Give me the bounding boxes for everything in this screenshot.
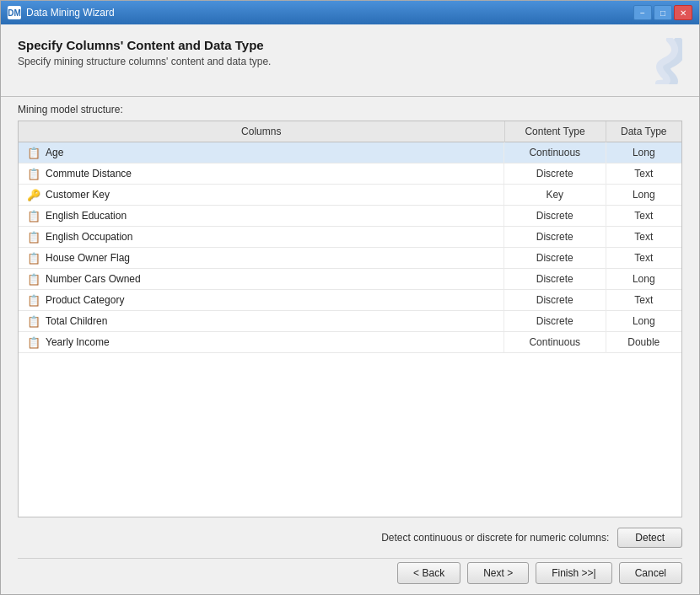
col-header-data-type: Data Type [606,121,681,142]
content-type-cell: Continuous [504,142,606,163]
back-button[interactable]: < Back [397,562,460,584]
table-icon: 📋 [27,168,40,180]
content-type-cell: Discrete [504,163,606,185]
content-type-cell: Discrete [504,206,606,227]
page-subtitle: Specify mining structure columns' conten… [18,56,271,67]
column-name: Product Category [46,294,124,306]
wizard-window: DM Data Mining Wizard − □ ✕ Specify Colu… [0,0,700,595]
table-row[interactable]: 📋 Number Cars Owned Discrete Long [19,269,681,290]
column-name-cell: 📋 Age [19,142,504,163]
column-name: English Occupation [46,231,132,243]
table-wrapper[interactable]: Columns Content Type Data Type 📋 Age Con… [19,121,681,517]
maximize-button[interactable]: □ [654,5,672,20]
column-name: Customer Key [46,189,110,201]
row-icon: 🔑 [27,188,40,201]
data-type-cell: Text [606,206,681,227]
header-divider [1,96,699,97]
table-row[interactable]: 📋 Product Category Discrete Text [19,290,681,311]
table-icon: 📋 [27,231,40,244]
title-bar-left: DM Data Mining Wizard [8,6,115,19]
table-row[interactable]: 📋 Yearly Income Continuous Double [19,332,681,353]
column-name-cell: 📋 Product Category [19,290,504,310]
bottom-section: Detect continuous or discrete for numeri… [18,528,682,584]
column-name: Total Children [46,315,107,327]
content-type-cell: Discrete [504,311,606,332]
column-name: Yearly Income [46,336,110,348]
column-name: English Education [46,210,127,222]
row-icon: 📋 [27,146,40,159]
table-icon: 📋 [27,273,40,286]
content-type-cell: Discrete [504,269,606,290]
row-icon: 📋 [27,272,40,286]
column-name: House Owner Flag [46,252,130,264]
cancel-button[interactable]: Cancel [619,562,682,584]
data-type-cell: Text [606,163,681,185]
col-header-columns: Columns [19,121,504,142]
col-header-content-type: Content Type [504,121,606,142]
row-icon: 📋 [27,335,40,349]
row-icon: 📋 [27,209,40,222]
data-type-cell: Long [606,142,681,163]
column-name-cell: 📋 Yearly Income [19,332,504,352]
column-name-cell: 📋 English Occupation [19,227,504,247]
data-type-cell: Text [606,248,681,269]
title-bar: DM Data Mining Wizard − □ ✕ [1,1,699,24]
data-type-cell: Long [606,185,681,206]
content-type-cell: Discrete [504,248,606,269]
content-type-cell: Continuous [504,332,606,353]
table-row[interactable]: 📋 English Education Discrete Text [19,206,681,227]
row-icon: 📋 [27,230,40,244]
table-row[interactable]: 📋 Total Children Discrete Long [19,311,681,332]
header-text: Specify Columns' Content and Data Type S… [18,38,271,67]
panel-label: Mining model structure: [18,104,682,115]
table-row[interactable]: 📋 English Occupation Discrete Text [19,227,681,248]
wizard-content: Specify Columns' Content and Data Type S… [1,24,699,594]
title-bar-controls: − □ ✕ [633,5,692,20]
column-name-cell: 📋 House Owner Flag [19,248,504,268]
page-title: Specify Columns' Content and Data Type [18,38,271,52]
table-icon: 📋 [27,252,40,265]
table-row[interactable]: 📋 Age Continuous Long [19,142,681,163]
row-icon: 📋 [27,314,40,328]
column-name-cell: 📋 Number Cars Owned [19,269,504,289]
column-name-cell: 📋 English Education [19,206,504,226]
table-row[interactable]: 📋 House Owner Flag Discrete Text [19,248,681,269]
next-button[interactable]: Next > [467,562,529,584]
key-icon: 🔑 [27,189,40,201]
data-type-cell: Long [606,269,681,290]
table-icon: 📋 [27,315,40,328]
header-logo [623,38,682,84]
column-name: Commute Distance [46,168,132,180]
detect-label: Detect continuous or discrete for numeri… [381,532,609,544]
close-button[interactable]: ✕ [674,5,692,20]
column-name-cell: 📋 Total Children [19,311,504,331]
footer-buttons: < Back Next > Finish >>| Cancel [18,558,682,584]
table-icon: 📋 [27,210,40,222]
column-name-cell: 🔑 Customer Key [19,185,504,205]
data-type-cell: Double [606,332,681,353]
column-name: Age [46,147,63,158]
table-icon: 📋 [27,147,40,159]
detect-button[interactable]: Detect [617,528,682,548]
content-type-cell: Discrete [504,227,606,248]
finish-button[interactable]: Finish >>| [536,562,611,584]
table-panel: Columns Content Type Data Type 📋 Age Con… [18,121,682,517]
data-type-cell: Long [606,311,681,332]
table-row[interactable]: 🔑 Customer Key Key Long [19,185,681,206]
logo-swirl-icon [623,38,682,84]
data-type-cell: Text [606,227,681,248]
row-icon: 📋 [27,167,40,180]
table-row[interactable]: 📋 Commute Distance Discrete Text [19,163,681,185]
window-title: Data Mining Wizard [26,7,115,19]
header-section: Specify Columns' Content and Data Type S… [18,38,682,84]
content-type-cell: Key [504,185,606,206]
row-icon: 📋 [27,251,40,265]
table-icon: 📋 [27,294,40,307]
columns-table: Columns Content Type Data Type 📋 Age Con… [19,121,681,353]
data-type-cell: Text [606,290,681,311]
window-icon: DM [8,6,21,19]
content-type-cell: Discrete [504,290,606,311]
column-name: Number Cars Owned [46,273,141,285]
minimize-button[interactable]: − [633,5,652,20]
column-name-cell: 📋 Commute Distance [19,163,504,184]
